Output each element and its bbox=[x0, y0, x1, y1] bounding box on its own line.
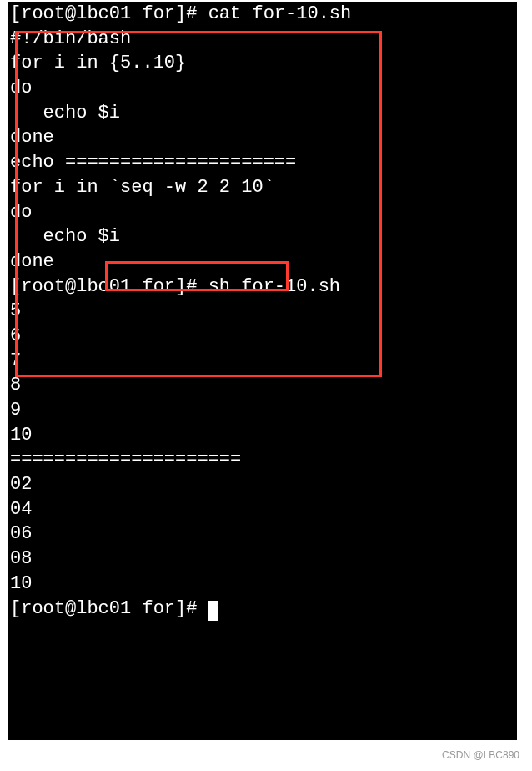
script-line: done bbox=[8, 249, 517, 275]
script-line: echo $i bbox=[8, 101, 517, 126]
script-line: #!/bin/bash bbox=[8, 27, 517, 52]
prompt-text: [root@lbc01 for]# bbox=[10, 598, 208, 619]
output-line: 8 bbox=[8, 373, 517, 398]
output-line: 06 bbox=[8, 522, 517, 547]
script-line: do bbox=[8, 200, 517, 225]
output-line: ===================== bbox=[8, 447, 517, 472]
output-line: 08 bbox=[8, 547, 517, 572]
output-line: 02 bbox=[8, 472, 517, 497]
output-line: 9 bbox=[8, 398, 517, 423]
terminal-window[interactable]: [root@lbc01 for]# cat for-10.sh #!/bin/b… bbox=[8, 2, 517, 740]
watermark-text: CSDN @LBC890 bbox=[442, 749, 519, 761]
output-line: 10 bbox=[8, 572, 517, 597]
script-line: do bbox=[8, 76, 517, 101]
command-line: [root@lbc01 for]# sh for-10.sh bbox=[8, 275, 517, 300]
script-line: done bbox=[8, 125, 517, 150]
script-line: echo $i bbox=[8, 224, 517, 249]
script-line: for i in `seq -w 2 2 10` bbox=[8, 175, 517, 200]
output-line: 04 bbox=[8, 497, 517, 522]
command-line: [root@lbc01 for]# cat for-10.sh bbox=[8, 2, 517, 27]
script-line: for i in {5..10} bbox=[8, 51, 517, 76]
output-line: 10 bbox=[8, 423, 517, 448]
script-line: echo ===================== bbox=[8, 150, 517, 175]
prompt-line[interactable]: [root@lbc01 for]# bbox=[8, 597, 517, 622]
output-line: 5 bbox=[8, 299, 517, 324]
output-line: 6 bbox=[8, 324, 517, 349]
cursor-icon bbox=[208, 601, 218, 621]
output-line: 7 bbox=[8, 349, 517, 374]
